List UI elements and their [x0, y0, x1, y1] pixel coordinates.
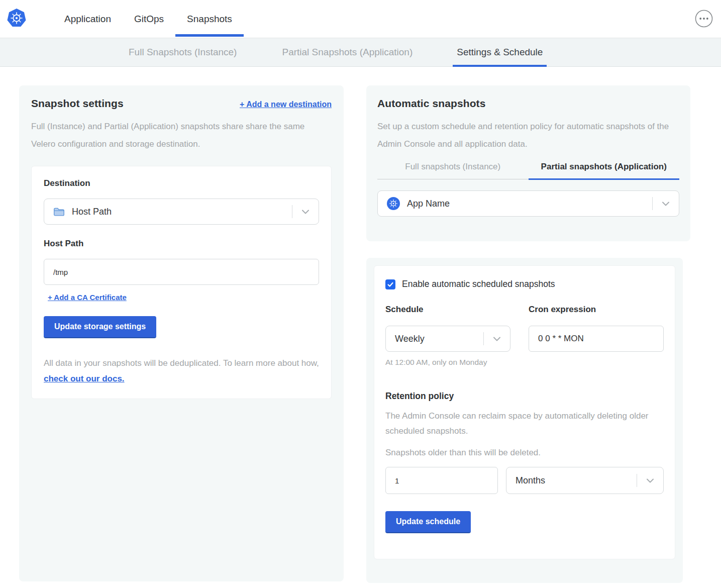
update-schedule-button[interactable]: Update schedule	[385, 511, 471, 533]
schedule-cron-grid: Schedule Weekly At 12:00 AM, only o	[385, 305, 664, 367]
cron-expression-input[interactable]	[529, 326, 664, 352]
app-select-value: App Name	[407, 199, 450, 209]
chevron-down-icon	[662, 202, 670, 206]
cron-readable-text: At 12:00 AM, only on Monday	[385, 358, 510, 367]
destination-select[interactable]: Host Path	[44, 199, 319, 225]
host-path-label: Host Path	[44, 239, 319, 249]
add-ca-certificate-link[interactable]: + Add a CA Certificate	[48, 293, 127, 302]
snapshots-subnav: Full Snapshots (Instance) Partial Snapsh…	[0, 38, 721, 67]
automatic-snapshots-description: Set up a custom schedule and retention p…	[377, 118, 674, 153]
dedupe-note: All data in your snapshots will be dedup…	[44, 355, 319, 386]
destination-value: Host Path	[72, 207, 112, 217]
chevron-down-icon	[493, 337, 501, 341]
docs-link[interactable]: check out our docs.	[44, 374, 125, 383]
enable-snapshots-checkbox[interactable]	[385, 279, 395, 289]
tab-auto-partial-snapshots[interactable]: Partial snapshots (Application)	[529, 162, 680, 179]
destination-label: Destination	[44, 178, 319, 188]
add-new-destination-link[interactable]: + Add a new destination	[240, 100, 332, 109]
schedule-interval-select[interactable]: Weekly	[385, 326, 510, 352]
cron-expression-label: Cron expression	[529, 305, 664, 315]
retention-policy-description: The Admin Console can reclaim space by a…	[385, 409, 652, 439]
retention-hint: Snapshots older than this will be delete…	[385, 448, 664, 458]
retention-count-input[interactable]	[385, 467, 498, 494]
snapshot-settings-title: Snapshot settings	[31, 97, 124, 110]
storage-settings-card: Destination Host Path Host Path + Add a …	[31, 166, 332, 399]
update-storage-settings-button[interactable]: Update storage settings	[44, 316, 156, 338]
retention-unit-select[interactable]: Months	[506, 467, 664, 494]
enable-snapshots-checkbox-row[interactable]: Enable automatic scheduled snapshots	[385, 279, 664, 289]
app-select[interactable]: App Name	[377, 190, 679, 217]
automatic-snapshots-title: Automatic snapshots	[377, 97, 679, 110]
kubernetes-logo-icon	[7, 9, 26, 28]
host-path-input[interactable]	[44, 259, 319, 285]
folder-icon	[53, 207, 65, 217]
chevron-down-icon	[646, 478, 654, 483]
automatic-snapshot-tabs: Full snapshots (Instance) Partial snapsh…	[377, 162, 679, 179]
primary-nav: Application GitOps Snapshots	[53, 0, 244, 38]
tab-full-snapshots-instance[interactable]: Full Snapshots (Instance)	[125, 38, 241, 66]
schedule-panel: Enable automatic scheduled snapshots Sch…	[366, 258, 683, 583]
top-header: Application GitOps Snapshots	[0, 0, 721, 38]
retention-policy-title: Retention policy	[385, 391, 664, 402]
more-options-button[interactable]	[694, 9, 713, 28]
dedupe-text: All data in your snapshots will be dedup…	[44, 358, 319, 368]
tab-auto-full-snapshots[interactable]: Full snapshots (Instance)	[377, 162, 529, 179]
enable-snapshots-label: Enable automatic scheduled snapshots	[402, 279, 555, 289]
nav-gitops[interactable]: GitOps	[123, 0, 175, 38]
nav-snapshots[interactable]: Snapshots	[175, 0, 244, 38]
snapshot-settings-description: Full (Instance) and Partial (Application…	[31, 118, 328, 153]
schedule-card: Enable automatic scheduled snapshots Sch…	[374, 265, 675, 559]
right-column: Automatic snapshots Set up a custom sche…	[366, 85, 691, 583]
tab-settings-schedule[interactable]: Settings & Schedule	[453, 38, 547, 66]
tab-partial-snapshots-application[interactable]: Partial Snapshots (Application)	[278, 38, 417, 66]
ellipsis-icon	[694, 9, 713, 28]
schedule-interval-value: Weekly	[395, 334, 425, 344]
retention-unit-value: Months	[516, 475, 545, 486]
retention-controls-row: Months	[385, 467, 664, 494]
snapshot-settings-panel: Snapshot settings + Add a new destinatio…	[19, 85, 344, 581]
schedule-label: Schedule	[385, 305, 510, 315]
checkmark-icon	[387, 281, 394, 288]
app-kubernetes-icon	[387, 197, 400, 210]
nav-application[interactable]: Application	[53, 0, 123, 38]
automatic-snapshots-panel: Automatic snapshots Set up a custom sche…	[366, 85, 690, 241]
chevron-down-icon	[301, 210, 310, 214]
main-content: Snapshot settings + Add a new destinatio…	[0, 67, 721, 583]
